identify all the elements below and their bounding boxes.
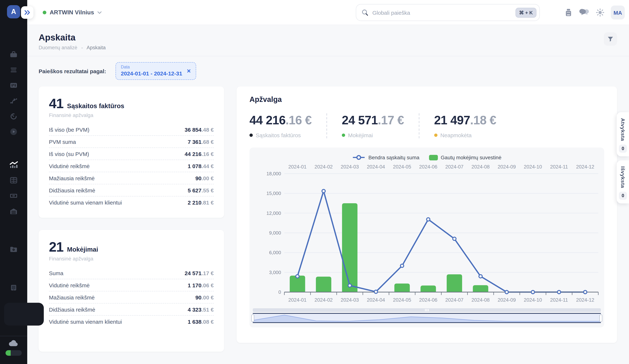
- svg-text:2024-12: 2024-12: [576, 297, 594, 303]
- status-pill[interactable]: [5, 350, 22, 356]
- stat-row: Didžiausia reikšmė4 323.51 €: [49, 304, 214, 316]
- chart-brush: [252, 308, 601, 323]
- double-chevron-right-icon: [23, 9, 31, 16]
- menu-lines-icon: [9, 65, 18, 74]
- svg-text:2024-01: 2024-01: [288, 297, 307, 303]
- search-input[interactable]: [372, 9, 515, 16]
- chart-panel: Bendra sąskaitų suma Gautų mokėjimų suve…: [249, 148, 604, 328]
- breadcrumb-separator: -: [81, 45, 83, 50]
- sidebar-item-play[interactable]: [6, 126, 21, 137]
- chip-label: Data: [121, 64, 182, 70]
- chip-close-icon[interactable]: ✕: [186, 68, 191, 74]
- filter-row: Paieškos rezultatai pagal: Data 2024-01-…: [27, 56, 629, 80]
- sidebar-popover-panel: [4, 303, 44, 326]
- sidebar-item-warehouse[interactable]: [6, 206, 21, 216]
- sidebar-item-list[interactable]: [6, 65, 21, 75]
- sidebar-expand-button[interactable]: [21, 6, 33, 19]
- svg-text:2024-08: 2024-08: [472, 164, 490, 170]
- payments-card-title: Mokėjimai: [67, 246, 98, 254]
- payments-stat-list: Suma24 571.17 €Vidutinė reikšmė1 170.06 …: [49, 267, 214, 328]
- invoices-count: 41: [49, 96, 63, 112]
- legend-line-label: Bendra sąskaitų suma: [368, 155, 419, 161]
- chat-button[interactable]: [579, 8, 590, 17]
- svg-text:9,000: 9,000: [269, 230, 281, 236]
- banknote-icon: 1: [9, 191, 18, 200]
- company-selector[interactable]: ARTWIN Vilnius: [43, 0, 101, 25]
- svg-text:2024-03: 2024-03: [341, 164, 359, 170]
- sidebar-item-briefcase[interactable]: [6, 49, 21, 60]
- svg-text:2024-05: 2024-05: [393, 164, 411, 170]
- company-name: ARTWIN Vilnius: [50, 9, 94, 16]
- svg-text:15,000: 15,000: [266, 191, 281, 196]
- breadcrumb-current: Apskaita: [87, 45, 106, 50]
- tab-arrivals[interactable]: Atvyksta 0: [617, 112, 629, 156]
- brush-handle-right[interactable]: [599, 315, 602, 322]
- kpi: 44 216.16 €Sąskaitos faktūros: [249, 114, 326, 138]
- breadcrumb: Duomenų analizė - Apskaita: [39, 45, 106, 50]
- company-status-dot: [43, 11, 46, 14]
- svg-text:2024-02: 2024-02: [314, 164, 333, 170]
- sidebar-item-timer[interactable]: [6, 111, 21, 121]
- payments-count: 21: [49, 240, 63, 255]
- global-search: ⌘ + K: [356, 4, 540, 21]
- stat-row: Iš viso (su PVM)44 216.16 €: [49, 148, 214, 160]
- date-filter-chip[interactable]: Data 2024-01-01 - 2024-12-31 ✕: [116, 62, 196, 80]
- payments-summary-card: 21 Mokėjimai Finansinė apžvalga Suma24 5…: [39, 230, 224, 352]
- svg-text:2024-07: 2024-07: [445, 297, 464, 303]
- tablet-icon: [9, 283, 18, 292]
- settings-folder-icon: [9, 245, 18, 254]
- app-logo[interactable]: A: [7, 5, 20, 18]
- sidebar-item-payments[interactable]: 1: [6, 191, 21, 201]
- board-icon: [9, 81, 18, 90]
- svg-text:18,000: 18,000: [266, 171, 281, 177]
- avatar[interactable]: MA: [611, 5, 625, 19]
- stat-row: Iš viso (be PVM)36 854.48 €: [49, 124, 214, 136]
- svg-text:2024-11: 2024-11: [550, 164, 568, 170]
- svg-text:1: 1: [13, 195, 14, 197]
- tab-departures[interactable]: Išvyksta 0: [617, 160, 629, 204]
- theme-button[interactable]: [595, 8, 605, 17]
- warehouse-icon: [9, 207, 18, 216]
- svg-text:2024-06: 2024-06: [419, 164, 437, 170]
- content: Apskaita Duomenų analizė - Apskaita Paie…: [27, 25, 629, 364]
- stat-row: Vidutinė reikšmė1 170.06 €: [49, 279, 214, 292]
- brush-scrollbar[interactable]: [253, 308, 601, 312]
- sidebar-item-abacus[interactable]: [6, 175, 21, 185]
- svg-text:6,000: 6,000: [269, 250, 281, 255]
- brush-handle-left[interactable]: [251, 315, 254, 322]
- sidebar-item-route[interactable]: [6, 96, 21, 106]
- brush-grip-icon[interactable]: [425, 309, 429, 311]
- stat-row: Vidutinė reikšmė1 078.44 €: [49, 160, 214, 172]
- stat-row: Suma24 571.17 €: [49, 267, 214, 279]
- filter-icon: [607, 35, 614, 43]
- breadcrumb-parent[interactable]: Duomenų analizė: [39, 45, 77, 50]
- svg-text:0: 0: [278, 289, 281, 295]
- legend-item-bar[interactable]: Gautų mokėjimų suvestinė: [429, 155, 501, 161]
- kpi: 21 497.18 €Neapmokėta: [419, 114, 511, 138]
- svg-text:2024-01: 2024-01: [288, 164, 307, 170]
- svg-text:2024-09: 2024-09: [498, 164, 516, 170]
- sidebar-item-analytics-active[interactable]: [6, 160, 21, 170]
- filter-button[interactable]: [604, 32, 617, 46]
- sidebar-item-tablet[interactable]: [6, 282, 21, 293]
- svg-text:2024-08: 2024-08: [472, 297, 490, 303]
- svg-text:2024-09: 2024-09: [498, 297, 516, 303]
- svg-text:2024-06: 2024-06: [419, 297, 437, 303]
- brush-minimap[interactable]: [253, 313, 601, 323]
- chip-value: 2024-01-01 - 2024-12-31: [121, 70, 182, 77]
- legend-item-line[interactable]: Bendra sąskaitų suma: [352, 155, 419, 161]
- analytics-icon: [9, 160, 18, 170]
- overview-card: Apžvalga 44 216.16 €Sąskaitos faktūros24…: [237, 87, 617, 343]
- app-root: A: [0, 0, 629, 364]
- sidebar-item-board[interactable]: [6, 80, 21, 91]
- legend-bar-label: Gautų mokėjimų suvestinė: [441, 155, 501, 161]
- play-icon: [9, 127, 18, 136]
- svg-text:2024-04: 2024-04: [367, 164, 385, 170]
- chevron-down-icon: [97, 11, 101, 14]
- svg-text:12,000: 12,000: [266, 211, 281, 216]
- sidebar-item-settings[interactable]: [6, 244, 21, 254]
- chart-legend: Bendra sąskaitų suma Gautų mokėjimų suve…: [252, 152, 601, 163]
- abacus-icon: [9, 176, 18, 185]
- pos-terminal-button[interactable]: [564, 8, 573, 17]
- sun-icon: [595, 8, 605, 17]
